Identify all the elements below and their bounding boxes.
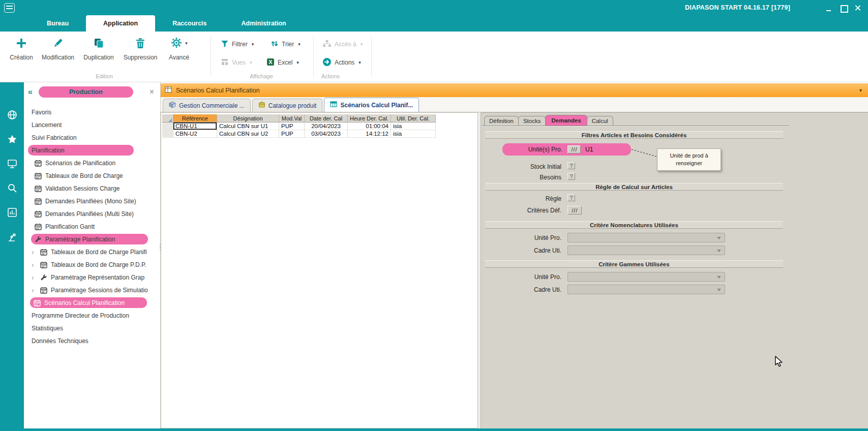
trier-button[interactable]: Trier ▾	[271, 38, 301, 51]
row-selector[interactable]	[162, 130, 173, 138]
duplication-button[interactable]: Duplication	[79, 35, 118, 61]
cadre-uti-gammes-select[interactable]	[567, 285, 725, 294]
calendar-icon	[35, 185, 42, 192]
column-header-util[interactable]: Util. Der. Cal.	[391, 114, 436, 122]
column-header-designation[interactable]: Désignation	[217, 114, 279, 122]
sidebar-item-tbc-pdp[interactable]: ›Tableaux de Bord de Charge P.D.P.	[24, 258, 160, 271]
production-arm-icon[interactable]	[6, 231, 18, 243]
table-row[interactable]: CBN-U1 Calcul CBN sur U1 PUP 20/04/2023 …	[162, 122, 436, 130]
filtrer-button[interactable]: Filtrer ▾	[221, 38, 254, 51]
sidebar-item-planification-gantt[interactable]: Planification Gantt	[24, 220, 160, 233]
collapse-sidebar-button[interactable]: «	[28, 87, 33, 97]
plus-icon	[15, 35, 27, 52]
tab-scenarios-calcul-planification[interactable]: Scénarios Calcul Planif...	[324, 98, 419, 112]
sidebar-item-programme-directeur[interactable]: Programme Directeur de Production	[24, 309, 160, 322]
sidebar-item-parametrage-representation[interactable]: ›Paramétrage Représentation Grap	[24, 271, 160, 284]
tab-stocks[interactable]: Stocks	[518, 116, 546, 126]
suppression-button[interactable]: Suppression	[121, 35, 160, 61]
chevron-right-icon[interactable]: ›	[32, 261, 37, 268]
menu-tab-raccourcis[interactable]: Raccourcis	[155, 15, 224, 32]
sidebar-item-lancement[interactable]: Lancement	[24, 118, 160, 131]
column-header-modval[interactable]: Mod.Val	[279, 114, 305, 122]
excel-button[interactable]: X Excel ▾	[266, 56, 299, 69]
tab-catalogue-produit[interactable]: Catalogue produit	[252, 99, 323, 112]
item-label: Planification Gantt	[45, 223, 95, 230]
modules-globe-icon[interactable]	[6, 109, 18, 121]
funnel-icon	[221, 40, 229, 49]
sidebar-resize-handle[interactable]	[159, 244, 161, 250]
actions-button[interactable]: Actions ▾	[322, 56, 361, 69]
cell-date[interactable]: 03/04/2023	[305, 130, 348, 138]
chevron-down-icon[interactable]: ▾	[859, 87, 862, 93]
chevron-right-icon[interactable]: ›	[32, 274, 37, 281]
star-icon[interactable]	[6, 133, 18, 145]
row-selector[interactable]	[162, 122, 173, 130]
select-all-cell[interactable]	[162, 114, 173, 122]
table-row[interactable]: CBN-U2 Calcul CBN sur U2 PUP 03/04/2023 …	[162, 130, 436, 138]
cell-designation[interactable]: Calcul CBN sur U2	[217, 130, 279, 138]
close-icon[interactable]	[854, 4, 861, 12]
regle-label: Règle	[481, 195, 561, 203]
item-label: Tableaux de Bord de Charge	[45, 172, 123, 179]
menu-tab-application[interactable]: Application	[86, 15, 155, 32]
sidebar-item-planification[interactable]: Planification	[24, 144, 160, 157]
unites-pro-field[interactable]: Unité(s) Pro. U1	[502, 143, 631, 156]
vues-label: Vues	[232, 59, 246, 66]
chevron-right-icon[interactable]: ›	[32, 287, 37, 294]
menu-tab-bureau[interactable]: Bureau	[29, 15, 86, 32]
sidebar-item-tableaux-bord-charge[interactable]: Tableaux de Bord de Charge	[24, 169, 160, 182]
unite-pro-gammes-select[interactable]	[567, 272, 725, 282]
workstation-icon[interactable]	[6, 158, 18, 170]
sidebar-item-favoris[interactable]: Favoris	[24, 106, 160, 118]
sidebar-item-scenarios-de-planification[interactable]: Scénarios de Planification	[24, 157, 160, 169]
modification-button[interactable]: Modification	[39, 35, 77, 61]
sidebar-item-validation-sessions-charge[interactable]: Validation Sessions Charge	[24, 182, 160, 195]
close-sidebar-button[interactable]: ×	[149, 88, 154, 96]
sidebar-item-scenarios-calcul-planification[interactable]: Scénarios Calcul Planification	[24, 296, 160, 309]
sidebar-item-demandes-planifiees-multi[interactable]: Demandes Planifiées (Multi Site)	[24, 207, 160, 220]
cell-util[interactable]: isia	[391, 122, 436, 130]
chevron-down-icon: ▾	[185, 41, 188, 46]
creation-button[interactable]: Création	[2, 35, 41, 61]
sidebar-item-tbc-planifi[interactable]: ›Tableaux de Bord de Charge Planifi	[24, 245, 160, 258]
unite-pro-nomenclature-select[interactable]	[567, 233, 725, 242]
sidebar-item-parametrage-planification[interactable]: Paramétrage Planification	[24, 233, 160, 245]
stock-initial-help-button[interactable]: ?	[567, 162, 575, 169]
chevron-right-icon[interactable]: ›	[32, 249, 37, 256]
cell-modval[interactable]: PUP	[279, 122, 305, 130]
cell-reference[interactable]: CBN-U2	[173, 130, 217, 138]
minimize-icon[interactable]	[826, 4, 832, 12]
sidebar-item-donnees-techniques[interactable]: Données Techniques	[24, 334, 160, 347]
tab-demandes[interactable]: Demandes	[545, 115, 587, 126]
column-header-reference[interactable]: Référence	[173, 114, 217, 122]
tab-definition[interactable]: Définition	[484, 116, 519, 126]
column-header-heure[interactable]: Heure Der. Cal.	[348, 114, 391, 122]
menu-tab-administration[interactable]: Administration	[224, 15, 304, 32]
mouse-cursor-icon	[774, 356, 785, 370]
column-header-date[interactable]: Date der. Cal	[305, 114, 348, 122]
regle-help-button[interactable]: ?	[567, 194, 575, 201]
avance-button[interactable]: ▾ Avancé	[160, 35, 198, 61]
cell-modval[interactable]: PUP	[279, 130, 305, 138]
criteres-def-button[interactable]	[567, 206, 582, 214]
maximize-icon[interactable]	[840, 4, 847, 12]
tab-gestion-commerciale[interactable]: Gestion Commerciale ...	[163, 99, 251, 112]
cell-heure[interactable]: 01:00:04	[348, 122, 391, 130]
sidebar-item-demandes-planifiees-mono[interactable]: Demandes Planifiées (Mono Site)	[24, 195, 160, 207]
sidebar-item-suivi-fabrication[interactable]: Suivi Fabrication	[24, 131, 160, 144]
cadre-uti-nomenclature-select[interactable]	[567, 245, 725, 255]
sidebar-item-parametrage-sessions-simulation[interactable]: ›Paramétrage Sessions de Simulatio	[24, 284, 160, 296]
cell-date[interactable]: 20/04/2023	[305, 122, 348, 130]
cell-designation[interactable]: Calcul CBN sur U1	[217, 122, 279, 130]
cell-util[interactable]: isia	[391, 130, 436, 138]
cell-heure[interactable]: 14:12:12	[348, 130, 391, 138]
list-filter-icon[interactable]	[567, 145, 581, 153]
cell-reference[interactable]: CBN-U1	[173, 122, 217, 130]
statistics-icon[interactable]	[6, 206, 18, 219]
sidebar-item-statistiques[interactable]: Statistiques	[24, 322, 160, 334]
trash-icon	[134, 35, 146, 52]
gear-icon	[170, 37, 183, 50]
besoins-help-button[interactable]: ?	[567, 173, 575, 180]
search-icon[interactable]	[6, 182, 18, 194]
tab-calcul[interactable]: Calcul	[587, 116, 613, 126]
